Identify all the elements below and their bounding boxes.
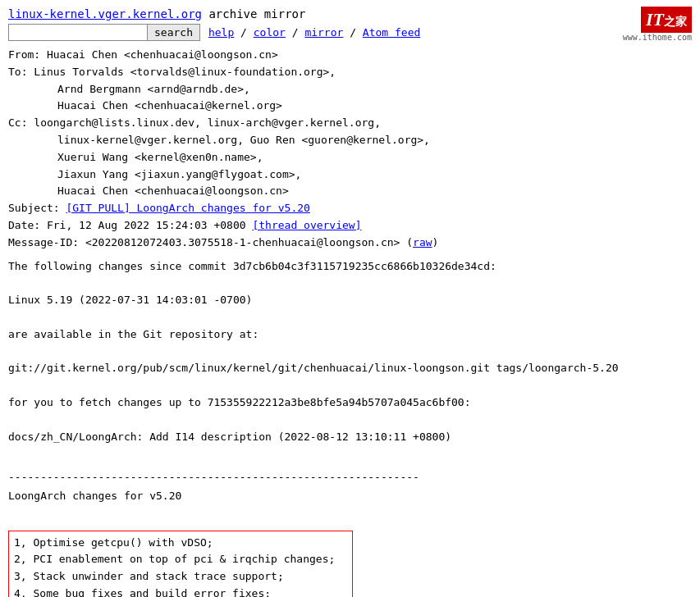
to-line1: Linus Torvalds <torvalds@linux-foundatio…: [34, 66, 336, 78]
cc-line3: Xuerui Wang <kernel@xen0n.name>,: [57, 149, 692, 166]
subject-line: Subject: [GIT PULL] LoongArch changes fo…: [8, 200, 692, 217]
cc-line5: Huacai Chen <chenhuacai@loongson.cn>: [57, 183, 692, 200]
message-id-line: Message-ID: <20220812072403.3075518-1-ch…: [8, 235, 692, 252]
site-title-suffix: archive mirror: [202, 7, 305, 21]
list-box: 1, Optimise getcpu() with vDSO; 2, PCI e…: [8, 531, 353, 597]
body2: are available in the Git repository at:: [8, 326, 692, 344]
subject-link[interactable]: [GIT PULL] LoongArch changes for v5.20: [66, 202, 309, 214]
cc-label: Cc:: [8, 116, 27, 129]
cc-line: Cc: loongarch@lists.linux.dev, linux-arc…: [8, 115, 692, 132]
logo-it: IT: [646, 9, 664, 30]
mirror-link[interactable]: mirror: [304, 26, 343, 39]
list-item-2: 2, PCI enablement on top of pci & irqchi…: [14, 551, 347, 568]
raw-paren2: ): [432, 236, 439, 248]
raw-link[interactable]: raw: [413, 236, 432, 248]
to-label: To:: [8, 66, 27, 78]
color-link[interactable]: color: [254, 26, 286, 39]
list-item-4: 4, Some bug fixes and build error fixes;: [14, 586, 347, 597]
email-body: The following changes since commit 3d7cb…: [8, 258, 692, 597]
search-button[interactable]: search: [148, 24, 200, 41]
divider: ----------------------------------------…: [8, 469, 692, 486]
docs-line: docs/zh_CN/LoongArch: Add I14 descriptio…: [8, 429, 692, 446]
site-link[interactable]: linux-kernel.vger.kernel.org: [8, 7, 202, 21]
date-value: Fri, 12 Aug 2022 15:24:03 +0800: [47, 219, 246, 231]
site-title: linux-kernel.vger.kernel.org archive mir…: [8, 7, 618, 21]
cc-line4: Jiaxun Yang <jiaxun.yang@flygoat.com>,: [57, 166, 692, 184]
raw-paren: (: [406, 236, 413, 248]
email-header: From: Huacai Chen <chenhuacai@loongson.c…: [8, 47, 692, 252]
linux-line: Linux 5.19 (2022-07-31 14:03:01 -0700): [8, 292, 692, 309]
page-header: linux-kernel.vger.kernel.org archive mir…: [8, 7, 692, 42]
date-label: Date:: [8, 219, 40, 231]
cc-line2: linux-kernel@vger.kernel.org, Guo Ren <g…: [57, 132, 692, 149]
separator3: /: [350, 26, 363, 39]
list-item-1: 1, Optimise getcpu() with vDSO;: [14, 535, 347, 552]
message-id-value: <20220812072403.3075518-1-chenhuacai@loo…: [85, 236, 400, 248]
nav-bar: search help / color / mirror / Atom feed: [8, 24, 618, 41]
git-line: git://git.kernel.org/pub/scm/linux/kerne…: [8, 360, 692, 377]
logo-box: IT之家: [641, 7, 692, 33]
from-line: From: Huacai Chen <chenhuacai@loongson.c…: [8, 47, 692, 64]
section-title: LoongArch changes for v5.20: [8, 488, 692, 505]
help-link[interactable]: help: [208, 26, 234, 39]
list-item-3: 3, Stack unwinder and stack trace suppor…: [14, 568, 347, 586]
to-line: To: Linus Torvalds <torvalds@linux-found…: [8, 64, 692, 81]
logo-sub: www.ithome.com: [618, 33, 692, 42]
atom-link[interactable]: Atom feed: [363, 26, 420, 39]
separator2: /: [292, 26, 305, 39]
header-left: linux-kernel.vger.kernel.org archive mir…: [8, 7, 618, 41]
subject-label: Subject:: [8, 202, 60, 214]
separator1: /: [240, 26, 254, 39]
message-id-label: Message-ID:: [8, 236, 79, 248]
thread-link[interactable]: [thread overview]: [252, 219, 361, 231]
to-line2: Arnd Bergmann <arnd@arndb.de>,: [57, 81, 692, 98]
body1: The following changes since commit 3d7cb…: [8, 258, 692, 276]
search-input[interactable]: [8, 24, 148, 41]
logo-zh: 之家: [664, 16, 687, 28]
to-line3: Huacai Chen <chenhuacai@kernel.org>: [57, 98, 692, 115]
body3: for you to fetch changes up to 715355922…: [8, 394, 692, 412]
logo: IT之家 www.ithome.com: [618, 7, 692, 42]
cc-line1: loongarch@lists.linux.dev, linux-arch@vg…: [34, 116, 381, 129]
nav-links: help / color / mirror / Atom feed: [208, 26, 420, 39]
date-line: Date: Fri, 12 Aug 2022 15:24:03 +0800 [t…: [8, 217, 692, 235]
